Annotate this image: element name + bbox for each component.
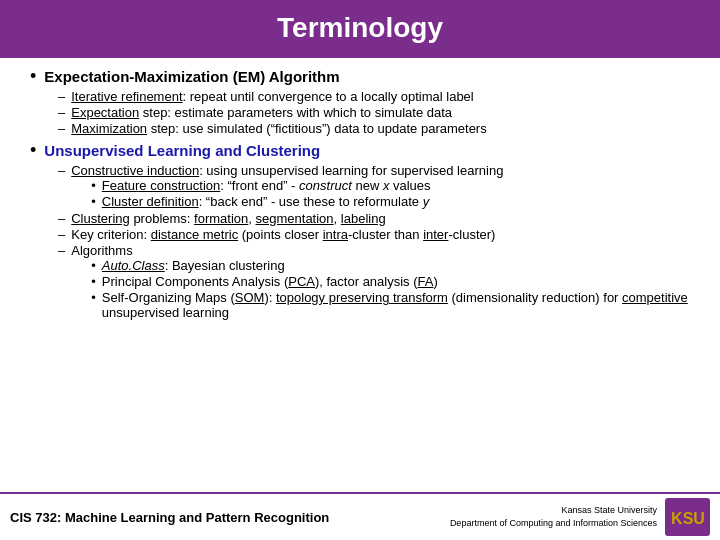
dash-2: – <box>58 105 65 120</box>
algorithms-label: Algorithms <box>71 243 132 258</box>
algo-item-3: • Self-Organizing Maps (SOM): topology p… <box>91 290 690 320</box>
unsup-item-1-text: Constructive induction: using unsupervis… <box>71 163 503 178</box>
section-unsupervised: • Unsupervised Learning and Clustering –… <box>30 142 690 321</box>
main-bullet-unsupervised: • Unsupervised Learning and Clustering <box>30 142 690 161</box>
em-item-1-text: Iterative refinement: repeat until conve… <box>71 89 474 104</box>
unsupervised-subitems: – Constructive induction: using unsuperv… <box>58 163 690 321</box>
unsup-item-3: – Key criterion: distance metric (points… <box>58 227 690 242</box>
algo-item-2: • Principal Components Analysis (PCA), f… <box>91 274 690 289</box>
em-item-1: – Iterative refinement: repeat until con… <box>58 89 690 104</box>
em-item-3-text: Maximization step: use simulated (“ficti… <box>71 121 486 136</box>
small-dot-4: • <box>91 274 96 289</box>
footer: CIS 732: Machine Learning and Pattern Re… <box>0 492 720 540</box>
dash-4: – <box>58 163 65 178</box>
em-title: Expectation-Maximization (EM) Algorithm <box>44 68 339 85</box>
unsup-item-1: – Constructive induction: using unsuperv… <box>58 163 690 210</box>
constructive-item-1: • Feature construction: “front end” - co… <box>91 178 503 193</box>
unsupervised-title: Unsupervised Learning and Clustering <box>44 142 320 159</box>
algo-item-1: • Auto.Class: Bayesian clustering <box>91 258 690 273</box>
dash-6: – <box>58 227 65 242</box>
algorithms-subitems: • Auto.Class: Bayesian clustering • Prin… <box>91 258 690 320</box>
unsup-item-3-text: Key criterion: distance metric (points c… <box>71 227 495 242</box>
dash-5: – <box>58 211 65 226</box>
unsup-item-4: – Algorithms • Auto.Class: Bayesian clus… <box>58 243 690 321</box>
algo-item-2-text: Principal Components Analysis (PCA), fac… <box>102 274 438 289</box>
algo-item-1-text: Auto.Class: Bayesian clustering <box>102 258 285 273</box>
header: Terminology <box>0 0 720 58</box>
dash-1: – <box>58 89 65 104</box>
bullet-dot-2: • <box>30 140 36 161</box>
small-dot-2: • <box>91 194 96 209</box>
small-dot-1: • <box>91 178 96 193</box>
unsup-item-2-text: Clustering problems: formation, segmenta… <box>71 211 385 226</box>
algorithms-block: Algorithms • Auto.Class: Bayesian cluste… <box>71 243 690 321</box>
footer-right: Kansas State University Department of Co… <box>450 498 710 536</box>
footer-university: Kansas State University Department of Co… <box>450 504 657 529</box>
page-title: Terminology <box>277 12 443 43</box>
em-item-2-text: Expectation step: estimate parameters wi… <box>71 105 452 120</box>
main-bullet-em: • Expectation-Maximization (EM) Algorith… <box>30 68 690 87</box>
unsup-item-1-block: Constructive induction: using unsupervis… <box>71 163 503 210</box>
ksu-logo: KSU <box>665 498 710 536</box>
constructive-subitems: • Feature construction: “front end” - co… <box>91 178 503 209</box>
main-content: • Expectation-Maximization (EM) Algorith… <box>0 58 720 321</box>
em-subitems: – Iterative refinement: repeat until con… <box>58 89 690 136</box>
em-item-3: – Maximization step: use simulated (“fic… <box>58 121 690 136</box>
algo-item-3-text: Self-Organizing Maps (SOM): topology pre… <box>102 290 690 320</box>
bullet-dot-1: • <box>30 66 36 87</box>
unsup-item-2: – Clustering problems: formation, segmen… <box>58 211 690 226</box>
dash-7: – <box>58 243 65 258</box>
dash-3: – <box>58 121 65 136</box>
constructive-item-2-text: Cluster definition: “back end” - use the… <box>102 194 429 209</box>
em-item-2: – Expectation step: estimate parameters … <box>58 105 690 120</box>
small-dot-3: • <box>91 258 96 273</box>
small-dot-5: • <box>91 290 96 305</box>
constructive-item-1-text: Feature construction: “front end” - cons… <box>102 178 431 193</box>
constructive-item-2: • Cluster definition: “back end” - use t… <box>91 194 503 209</box>
footer-course: CIS 732: Machine Learning and Pattern Re… <box>10 510 329 525</box>
section-em: • Expectation-Maximization (EM) Algorith… <box>30 68 690 136</box>
svg-text:KSU: KSU <box>671 510 705 527</box>
